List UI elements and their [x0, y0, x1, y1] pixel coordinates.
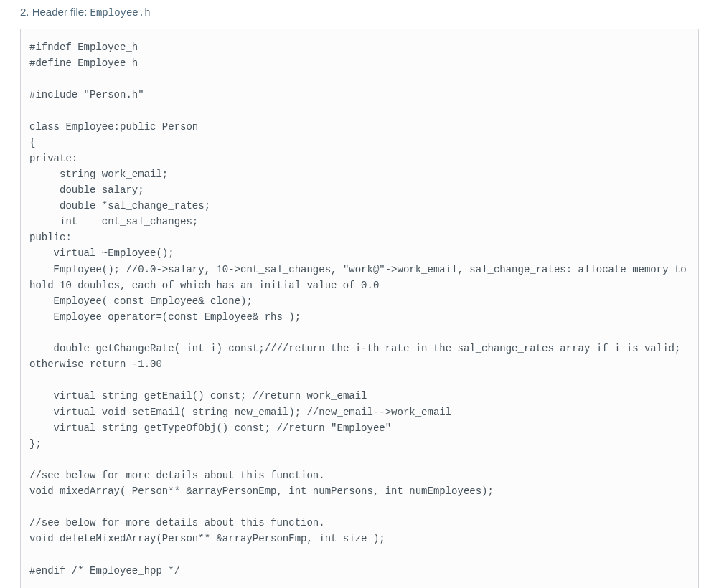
document-container: 2. Header file: Employee.h #ifndef Emplo… [0, 0, 719, 588]
code-block: #ifndef Employee_h #define Employee_h #i… [20, 29, 699, 588]
heading-filename: Employee.h [90, 7, 151, 19]
section-heading: 2. Header file: Employee.h [20, 0, 699, 29]
heading-prefix: 2. Header file: [20, 6, 90, 18]
